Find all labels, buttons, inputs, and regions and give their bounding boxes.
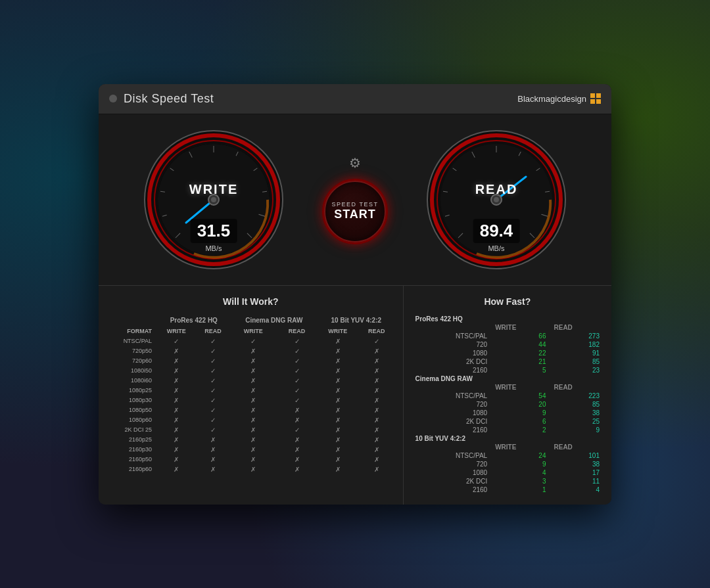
how-table-row: 1080938: [412, 409, 604, 417]
brand-sq-4: [596, 99, 601, 104]
how-table-row: 7202085: [412, 400, 604, 409]
will-table-row: 1080p50✗✓✗✗✗✗: [106, 405, 395, 415]
will-it-work-title: Will It Work?: [106, 296, 395, 307]
svg-point-36: [494, 197, 499, 202]
read-gauge: READ 89.4 MB/s: [424, 127, 569, 272]
how-table-row: NTSC/PAL66273: [412, 332, 604, 340]
format-header: [106, 315, 157, 326]
how-fast-title: How Fast?: [412, 296, 604, 307]
app-title: Disk Speed Test: [124, 92, 214, 106]
write-gauge-label: WRITE: [189, 182, 238, 197]
will-it-work-panel: Will It Work? ProRes 422 HQ Cinema DNG R…: [99, 286, 404, 505]
read-gauge-number: 89.4: [473, 219, 520, 243]
how-section-header: Cinema DNG RAW: [412, 374, 604, 383]
will-table-row: 2K DCI 25✗✓✗✓✗✗: [106, 425, 395, 435]
will-table-row: 1080p25✗✓✗✓✗✗: [106, 386, 395, 396]
center-controls: ⚙ SPEED TEST START: [322, 155, 388, 244]
data-section: Will It Work? ProRes 422 HQ Cinema DNG R…: [99, 285, 611, 505]
yuv-write-header: WRITE: [318, 326, 358, 336]
how-col-header-row: WRITEREAD: [412, 383, 604, 392]
prores-read-header: READ: [196, 326, 231, 336]
will-table-row: 720p50✗✓✗✓✗✗: [106, 346, 395, 356]
start-button-line2: START: [334, 208, 376, 221]
read-gauge-container: READ 89.4 MB/s: [401, 127, 592, 272]
read-gauge-value: 89.4 MB/s: [473, 219, 520, 252]
will-table-row: 1080p60✗✓✗✗✗✗: [106, 415, 395, 425]
title-bar: Disk Speed Test Blackmagicdesign: [99, 84, 611, 114]
start-button[interactable]: SPEED TEST START: [322, 179, 388, 244]
will-table-row: 2160p50✗✗✗✗✗✗: [106, 455, 395, 464]
prores-header: ProRes 422 HQ: [157, 315, 231, 326]
gauges-section: WRITE 31.5 MB/s ⚙ SPEED TEST START: [99, 114, 611, 285]
brand-sq-3: [590, 99, 595, 104]
title-bar-left: Disk Speed Test: [109, 92, 214, 106]
read-gauge-unit: MB/s: [473, 244, 520, 252]
will-table-row: NTSC/PAL✓✓✓✓✗✓: [106, 336, 395, 346]
how-section-header: ProRes 422 HQ: [412, 315, 604, 323]
start-button-line1: SPEED TEST: [332, 201, 379, 208]
how-table-row: 2K DCI311: [412, 477, 604, 486]
prores-write-header: WRITE: [157, 326, 196, 336]
close-button[interactable]: [109, 95, 117, 102]
how-table-row: 2K DCI2185: [412, 357, 604, 366]
will-table-row: 2160p25✗✗✗✗✗✗: [106, 435, 395, 445]
brand-logo: Blackmagicdesign: [517, 93, 601, 104]
write-gauge-container: WRITE 31.5 MB/s: [118, 127, 309, 272]
how-table-row: 720938: [412, 460, 604, 468]
how-fast-table: ProRes 422 HQWRITEREADNTSC/PAL6627372044…: [412, 315, 604, 494]
how-table-row: 72044182: [412, 340, 604, 349]
write-gauge-unit: MB/s: [191, 244, 237, 252]
brand-squares: [590, 93, 601, 104]
yuv-header: 10 Bit YUV 4:2:2: [318, 315, 395, 326]
will-table-row: 1080i60✗✓✗✓✗✗: [106, 376, 395, 386]
gear-icon[interactable]: ⚙: [349, 155, 361, 171]
how-table-row: 10802291: [412, 349, 604, 357]
how-table-row: 216029: [412, 426, 604, 434]
cinema-read-header: READ: [276, 326, 318, 336]
how-section-header: 10 Bit YUV 4:2:2: [412, 434, 604, 443]
brand-name: Blackmagicdesign: [517, 94, 586, 104]
will-table-row: 2160p30✗✗✗✗✗✗: [106, 445, 395, 455]
yuv-read-header: READ: [358, 326, 395, 336]
read-gauge-label: READ: [475, 182, 518, 197]
how-table-row: NTSC/PAL54223: [412, 392, 604, 400]
brand-sq-2: [596, 93, 601, 98]
will-table-row: 1080i50✗✓✗✓✗✗: [106, 366, 395, 376]
how-fast-panel: How Fast? ProRes 422 HQWRITEREADNTSC/PAL…: [404, 286, 611, 505]
write-gauge: WRITE 31.5 MB/s: [141, 127, 286, 272]
how-table-row: 1080417: [412, 468, 604, 477]
will-table-row: 1080p30✗✓✗✓✗✗: [106, 396, 395, 405]
how-table-row: 2K DCI625: [412, 417, 604, 426]
how-table-row: 2160523: [412, 366, 604, 374]
write-gauge-value: 31.5 MB/s: [191, 219, 237, 252]
how-table-row: NTSC/PAL24101: [412, 451, 604, 460]
format-sub: FORMAT: [106, 326, 157, 336]
how-col-header-row: WRITEREAD: [412, 323, 604, 332]
will-table-row: 2160p60✗✗✗✗✗✗: [106, 464, 395, 474]
brand-sq-1: [590, 93, 595, 98]
will-it-work-table: ProRes 422 HQ Cinema DNG RAW 10 Bit YUV …: [106, 315, 395, 474]
how-table-row: 216014: [412, 486, 604, 494]
how-col-header-row: WRITEREAD: [412, 443, 604, 451]
svg-point-18: [211, 197, 216, 202]
write-gauge-number: 31.5: [191, 219, 237, 243]
app-window: Disk Speed Test Blackmagicdesign: [99, 84, 611, 505]
cinema-write-header: WRITE: [231, 326, 276, 336]
cinema-header: Cinema DNG RAW: [231, 315, 318, 326]
will-table-row: 720p60✗✓✗✓✗✗: [106, 356, 395, 366]
